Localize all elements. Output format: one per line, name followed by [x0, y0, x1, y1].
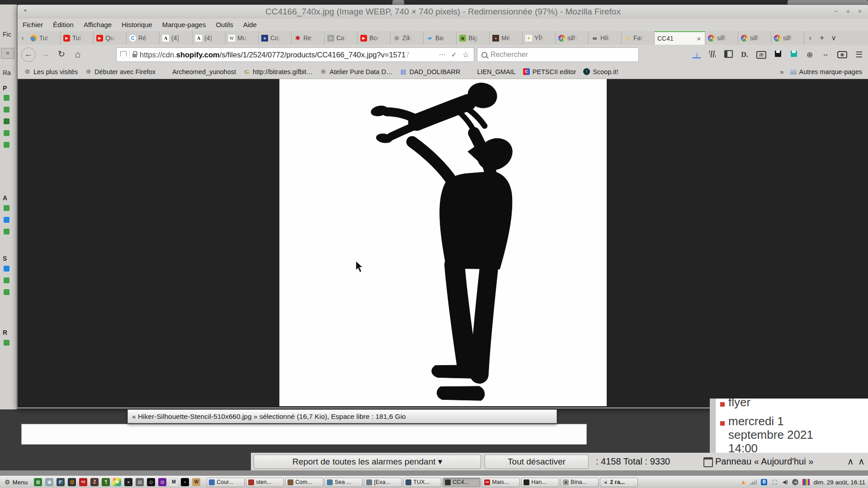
maximize-button[interactable]: +: [842, 5, 854, 19]
launcher-icon[interactable]: ●: [124, 478, 132, 486]
browser-viewport[interactable]: [18, 79, 868, 408]
tab[interactable]: ☀ Fath: [622, 31, 655, 45]
save-icon[interactable]: [774, 51, 782, 59]
bookmark-star-icon[interactable]: ☆: [461, 50, 470, 60]
bookmark-item[interactable]: G http://bitrates.gifbit…: [240, 68, 316, 75]
tray-icon[interactable]: [802, 479, 810, 485]
minimize-button[interactable]: −: [830, 5, 842, 19]
tab[interactable]: Q silho: [738, 31, 771, 45]
save-teal-icon[interactable]: [790, 51, 798, 59]
tab[interactable]: ● Mén: [490, 31, 523, 45]
viewed-image[interactable]: [279, 79, 607, 406]
menu-item[interactable]: Outils: [211, 19, 238, 31]
launcher-icon[interactable]: ▤: [136, 478, 144, 486]
tree-item-icon[interactable]: [4, 118, 9, 124]
bookmark-item[interactable]: C PETSCII editor: [519, 68, 580, 75]
event-date-line2[interactable]: septembre 2021: [728, 428, 813, 441]
tab[interactable]: Q silho: [705, 31, 738, 45]
taskbar-window-button[interactable]: CC4...: [443, 478, 481, 487]
tab[interactable]: Tuto: [28, 31, 61, 45]
pocket-shield-icon[interactable]: ✓: [449, 51, 458, 59]
calendar-scrollbar[interactable]: [710, 399, 715, 453]
reload-button[interactable]: ↻: [55, 48, 68, 61]
tray-icon[interactable]: ⛶: [771, 478, 778, 486]
tab[interactable]: ▶ Bou: [358, 31, 391, 45]
launcher-icon[interactable]: ◩: [57, 478, 65, 486]
launcher-icon[interactable]: ●: [181, 478, 189, 486]
launcher-icon[interactable]: FZ: [79, 478, 87, 486]
menu-item[interactable]: Affichage: [79, 19, 117, 31]
event-time[interactable]: 14:00: [728, 442, 758, 453]
tree-item-icon[interactable]: [4, 107, 9, 113]
tab[interactable]: ▶ Quic: [94, 31, 127, 45]
tab[interactable]: ☻ Big: [457, 31, 490, 45]
tree-item-icon[interactable]: [4, 217, 9, 223]
proxy-icon[interactable]: ●●: [821, 53, 830, 57]
taskbar-window-button[interactable]: [Exa...: [364, 478, 402, 487]
tab[interactable]: ≈ Cata: [325, 31, 358, 45]
new-tab-button[interactable]: +: [816, 31, 828, 45]
webcam-icon[interactable]: ◉: [837, 51, 847, 58]
bookmark-item[interactable]: ⊕ Débuter avec Firefox: [81, 68, 159, 75]
event-title[interactable]: flyer: [728, 399, 750, 409]
taskbar-window-button[interactable]: A Bina...: [561, 478, 599, 487]
tab-close-icon[interactable]: ×: [696, 35, 702, 42]
bookmark-item[interactable]: LIEN_GMAIL: [464, 68, 519, 75]
launcher-icon[interactable]: ◎: [158, 478, 166, 486]
tab-scroll-right-icon[interactable]: ›: [804, 31, 816, 45]
page-archive-icon[interactable]: ⊕: [806, 50, 814, 60]
tab[interactable]: Q silho: [771, 31, 804, 45]
launcher-icon[interactable]: ◇: [147, 478, 155, 486]
library-icon[interactable]: [708, 51, 717, 59]
taskbar-window-button[interactable]: Han...: [521, 478, 559, 487]
search-bar[interactable]: Rechercher: [477, 47, 639, 62]
tree-item-icon[interactable]: [4, 130, 9, 136]
tab[interactable]: W Mus: [226, 31, 259, 45]
bookmark-item[interactable]: ▤ DAD_DOLIBARR: [396, 68, 464, 75]
menu-item[interactable]: Historique: [117, 19, 157, 31]
taskbar-window-button[interactable]: TUX...: [403, 478, 441, 487]
page-actions-icon[interactable]: ⋯: [438, 51, 447, 59]
launcher-icon[interactable]: Z: [90, 478, 99, 486]
bookmark-item[interactable]: ⊕ Atelier Pure Data D…: [316, 68, 396, 75]
titlebar[interactable]: ▾ CC4166_740x.jpg (Image WEBP, 740 × 740…: [18, 5, 868, 19]
tree-item-icon[interactable]: [4, 229, 9, 235]
tree-item-icon[interactable]: [4, 340, 9, 346]
url-bar[interactable]: https://cdn.shopify.com/s/files/1/2524/0…: [116, 47, 474, 62]
bookmarks-overflow-icon[interactable]: »: [777, 68, 786, 75]
launcher-icon[interactable]: ¶: [102, 478, 110, 486]
tab[interactable]: A (4) (: [160, 31, 193, 45]
taskbar-window-button[interactable]: FZ Mais...: [482, 478, 520, 487]
taskbar-window-button[interactable]: ◀ 2 ra...: [600, 478, 638, 487]
tray-icon[interactable]: B: [761, 479, 767, 485]
launcher-icon[interactable]: ▦: [34, 478, 42, 486]
taskbar-window-button[interactable]: Cour...: [207, 478, 245, 487]
tray-icon[interactable]: ◀)): [782, 478, 788, 486]
list-tabs-icon[interactable]: ∨: [828, 31, 840, 45]
disable-all-button[interactable]: Tout désactiver: [485, 455, 589, 469]
bookmark-item[interactable]: Archeomed_yunohost: [159, 68, 240, 75]
ae-extension-icon[interactable]: æ: [756, 51, 766, 59]
dolibarr-icon[interactable]: D.: [741, 51, 749, 59]
hamburger-menu-icon[interactable]: ☰: [855, 50, 863, 60]
taskbar-window-button[interactable]: sten...: [246, 478, 284, 487]
chevron-up-icon[interactable]: ∧: [847, 453, 854, 470]
launcher-icon[interactable]: M: [170, 478, 178, 486]
downloads-icon[interactable]: ↓: [693, 51, 701, 58]
launcher-icon[interactable]: ✱: [113, 478, 121, 486]
tab[interactable]: ▶ Tuto: [61, 31, 94, 45]
tab-scroll-left-icon[interactable]: ‹: [18, 31, 28, 45]
launcher-icon[interactable]: ▣: [45, 478, 53, 486]
tab[interactable]: CC41 ×: [655, 31, 705, 45]
tab[interactable]: Q silho: [556, 31, 589, 45]
collapse-button[interactable]: «: [1, 48, 14, 59]
launcher-icon[interactable]: @: [68, 478, 76, 486]
tab[interactable]: C Rés: [127, 31, 160, 45]
taskbar-window-button[interactable]: Sea ...: [325, 478, 363, 487]
tray-icon[interactable]: ➔: [792, 479, 798, 485]
tree-item-icon[interactable]: [4, 277, 9, 283]
taskbar-window-button[interactable]: Com...: [285, 478, 323, 487]
applications-menu-button[interactable]: ⚙ Menu: [2, 479, 30, 486]
event-date-line1[interactable]: mercredi 1: [728, 415, 784, 428]
url-text[interactable]: https://cdn.shopify.com/s/files/1/2524/0…: [140, 51, 435, 59]
